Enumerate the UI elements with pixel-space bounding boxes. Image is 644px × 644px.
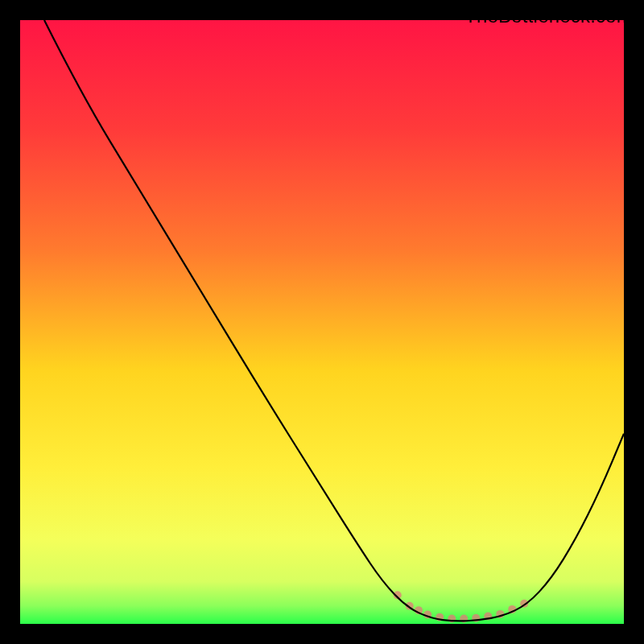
gradient-background — [20, 20, 624, 624]
plot-frame — [20, 20, 624, 624]
watermark-label: TheBottleneck.com — [464, 5, 633, 27]
chart-stage: TheBottleneck.com — [0, 0, 644, 644]
chart-svg — [20, 20, 624, 624]
